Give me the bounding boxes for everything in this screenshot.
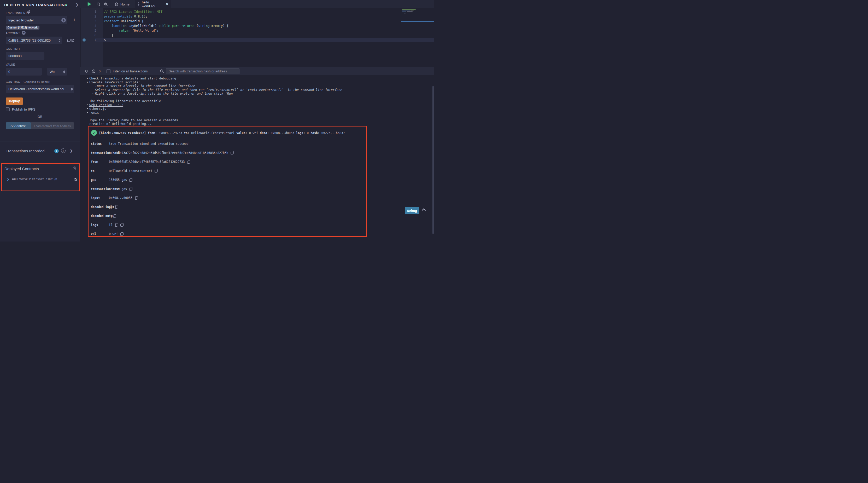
tx-detail-key: input — [91, 196, 109, 199]
terminal-line: -Right click on a JavaScript file in the… — [80, 92, 434, 96]
divider — [4, 186, 76, 186]
remix-ide-window: DEPLOY & RUN TRANSACTIONS ✓ ❯ ENVIRONMEN… — [0, 0, 434, 242]
code-line[interactable]: return "Hello World"; — [104, 28, 434, 33]
terminal-output[interactable]: •Check transactions details and start de… — [80, 75, 434, 242]
at-address-button[interactable]: At Address — [6, 122, 31, 130]
tx-detail-key: gas — [91, 178, 109, 181]
panel-collapse-chevron-icon[interactable]: ❯ — [76, 3, 78, 6]
tx-detail-row: decoded output- — [91, 214, 363, 218]
editor-minimap[interactable] — [402, 9, 434, 22]
debug-button[interactable]: Debug — [405, 207, 420, 214]
copy-icon[interactable] — [113, 214, 116, 218]
tx-summary-line[interactable]: [block:23082875 txIndex:2] from: 0xBB9..… — [99, 131, 345, 135]
transactions-info-icon[interactable]: i — [61, 148, 66, 153]
environment-select[interactable]: Injected Provider — [6, 16, 67, 24]
code-content[interactable]: // SPDX-License-Identifier: MITpragma so… — [104, 9, 434, 42]
tx-detail-row: statustrue Transaction mined and executi… — [91, 142, 363, 145]
contract-select[interactable]: HelloWorld - contracts/hello world.sol — [6, 85, 74, 93]
zoom-in-icon[interactable] — [104, 2, 108, 6]
copy-icon[interactable] — [155, 169, 158, 172]
line-numbers: 1234567 — [80, 9, 96, 42]
run-script-play-icon[interactable] — [87, 2, 91, 6]
account-select[interactable]: 0xBB9...29733 (23.6651825 — [6, 36, 62, 44]
clear-console-ban-icon[interactable] — [92, 67, 96, 75]
tx-detail-value: 0 wei — [109, 232, 124, 235]
at-address-input[interactable]: Load contract from Address — [31, 122, 74, 130]
compile-success-check-icon: ✓ — [64, 3, 68, 7]
publish-ipfs-label: Publish to IPFS — [12, 107, 35, 111]
chevron-updown-icon — [71, 88, 73, 91]
tx-detail-row: from0xBB900BbE1A20dA4d474666B79a5fa6CE12… — [91, 160, 363, 163]
copy-icon[interactable] — [187, 160, 190, 164]
deployed-contract-item[interactable]: HELLOWORLD AT 0X972...12851 (B — [12, 178, 64, 181]
code-line[interactable]: function sayHelloWorld() public pure ret… — [104, 24, 434, 28]
tx-detail-row: transaction cost135055 gas — [91, 188, 363, 191]
chevron-updown-icon — [63, 70, 65, 74]
network-badge: Custom (43113) network — [6, 26, 39, 30]
copy-icon[interactable] — [120, 232, 124, 236]
code-line[interactable]: $ — [104, 38, 434, 42]
tx-detail-row: logs[] — [91, 224, 363, 227]
transactions-count-badge: 1 — [54, 149, 59, 153]
edit-account-icon[interactable] — [71, 38, 75, 42]
copy-account-icon[interactable] — [67, 39, 70, 42]
tx-detail-key: transaction hash — [91, 151, 109, 154]
code-line[interactable]: contract HelloWorld { — [104, 19, 434, 24]
listen-transactions-checkbox[interactable] — [106, 69, 111, 73]
terminal-scrollbar[interactable] — [432, 86, 434, 234]
copy-icon[interactable] — [115, 205, 118, 208]
tab-hello-world-sol[interactable]: hello world.sol ✕ — [135, 0, 171, 8]
terminal-line: -Input a script directly in the command … — [80, 84, 434, 88]
value-input[interactable]: 0 — [6, 68, 42, 76]
line-number: 3 — [80, 19, 96, 24]
terminal-search-input[interactable]: Search with transaction hash or address — [166, 68, 240, 74]
zoom-out-icon[interactable] — [97, 2, 100, 6]
tx-detail-value: - — [109, 214, 116, 218]
transaction-card: ✓ [block:23082875 txIndex:2] from: 0xBB9… — [88, 126, 367, 237]
line-number: 6 — [80, 33, 96, 38]
terminal-line: •ethers.js — [80, 107, 434, 111]
collapse-tx-chevron-up-icon[interactable] — [422, 208, 426, 211]
gas-limit-input[interactable]: 3000000 — [6, 52, 44, 60]
copy-icon[interactable] — [135, 196, 138, 200]
tx-detail-row: toHelloWorld.(constructor) — [91, 169, 363, 172]
value-unit-select[interactable]: Wei — [47, 68, 67, 76]
copy-icon[interactable] — [129, 187, 132, 191]
terminal-line: •web3 version 1.5.2 — [80, 103, 434, 107]
tab-home[interactable]: Home — [113, 0, 131, 8]
collapse-terminal-icon[interactable] — [85, 67, 88, 75]
tx-detail-value: 0xce3fe73a72af027ed842a64d509fbcd12eec0d… — [109, 151, 234, 154]
code-line[interactable]: } — [104, 33, 434, 38]
deployed-contract-expand-chevron-icon[interactable]: ❯ — [7, 177, 9, 181]
tx-detail-value: HelloWorld.(constructor) — [109, 169, 158, 172]
main-area: Home hello world.sol ✕ 1234567 // SPDX-L… — [80, 0, 434, 242]
terminal-line: •Check transactions details and start de… — [80, 77, 434, 81]
copy-icon[interactable] — [115, 223, 118, 227]
pending-tx-count: 0 — [99, 67, 100, 75]
remove-contract-x-icon[interactable]: ✕ — [74, 177, 77, 180]
chevron-updown-icon — [61, 18, 66, 23]
code-editor[interactable]: 1234567 // SPDX-License-Identifier: MITp… — [80, 8, 434, 67]
environment-info-icon[interactable]: i — [74, 17, 75, 22]
listen-transactions-label: listen on all transactions — [113, 67, 148, 75]
add-account-icon[interactable]: + — [22, 31, 26, 35]
editor-tabbar: Home hello world.sol ✕ — [80, 0, 434, 8]
tx-detail-row: gas135055 gas — [91, 178, 363, 181]
code-line[interactable]: pragma solidity 0.8.13; — [104, 14, 434, 19]
terminal-line: The following libraries are accessible: — [80, 99, 434, 103]
transactions-expand-chevron-icon[interactable]: ❯ — [70, 149, 72, 153]
terminal-line: •Execute JavaScript scripts: — [80, 81, 434, 84]
line-number: 1 — [80, 9, 96, 14]
copy-icon[interactable] — [230, 151, 234, 154]
copy-icon[interactable] — [120, 223, 124, 227]
tx-detail-key: decoded output — [91, 214, 109, 218]
terminal-line — [80, 114, 434, 118]
code-line[interactable]: // SPDX-License-Identifier: MIT — [104, 9, 434, 14]
copy-icon[interactable] — [129, 178, 132, 182]
tx-detail-key: to — [91, 169, 109, 172]
close-tab-icon[interactable]: ✕ — [166, 2, 168, 6]
deploy-button[interactable]: Deploy — [6, 97, 23, 105]
trash-icon[interactable] — [73, 166, 77, 170]
publish-ipfs-checkbox[interactable] — [6, 107, 10, 111]
tx-detail-key: logs — [91, 224, 109, 227]
